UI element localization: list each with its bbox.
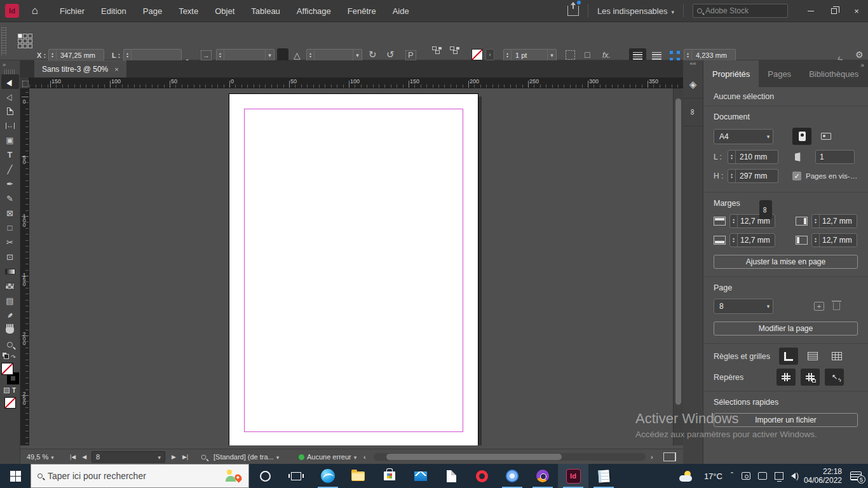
frame-tool[interactable]: ⊠ [1, 206, 19, 220]
line-tool[interactable]: ╱ [1, 162, 19, 177]
indesign-taskbar-button[interactable]: Id [558, 464, 588, 488]
pages-count-field[interactable]: 1 [815, 150, 855, 164]
stepper-icon[interactable]: ▴▾ [124, 50, 132, 61]
chromium-browser-button[interactable] [497, 464, 527, 488]
pasteboard-canvas[interactable] [29, 88, 673, 445]
taskbar-search-input[interactable] [48, 471, 220, 481]
edge-button[interactable] [313, 464, 343, 488]
pencil-tool[interactable]: ✎ [1, 191, 19, 206]
share-icon[interactable] [567, 6, 579, 16]
default-fill-stroke-icon[interactable] [4, 354, 9, 359]
restore-button[interactable] [822, 0, 845, 22]
scroll-right-icon[interactable]: › [651, 449, 653, 464]
fill-swatch-none[interactable] [471, 49, 483, 60]
current-page-select[interactable]: 8 ▾ [714, 299, 773, 314]
scissors-tool[interactable]: ✂ [1, 235, 19, 250]
start-button[interactable] [0, 464, 31, 488]
mail-button[interactable] [405, 464, 436, 488]
opera-button[interactable] [466, 464, 497, 488]
menu-page[interactable]: Page [143, 6, 162, 16]
links-panel-icon[interactable]: ∞ [683, 98, 703, 126]
gradient-swatch-tool[interactable] [1, 264, 19, 279]
document-app-button[interactable] [436, 464, 466, 488]
page-tool[interactable] [1, 104, 19, 118]
collapse-panels-icon[interactable]: «« [683, 60, 703, 71]
import-file-button[interactable]: Importer un fichier [714, 413, 858, 427]
zoom-level-value[interactable]: 49,5 % [27, 453, 48, 461]
rulers-toggle-icon[interactable] [779, 348, 798, 365]
stepper-icon[interactable]: ▴▾ [812, 234, 820, 247]
horizontal-scrollbar-thumb[interactable] [386, 454, 562, 460]
stroke-weight-field[interactable]: ▴▾ 1 pt ▾ [503, 49, 557, 62]
tray-volume-icon[interactable] [791, 473, 796, 479]
next-page-button[interactable]: ▶ [172, 454, 176, 460]
menu-edition[interactable]: Edition [101, 6, 126, 16]
panel-grip[interactable] [1, 27, 6, 55]
pen-tool[interactable]: ✒ [1, 177, 19, 191]
direct-selection-tool[interactable]: ▷ [1, 89, 19, 104]
scroll-left-icon[interactable]: ‹ [363, 449, 366, 464]
stepper-icon[interactable]: ▴▾ [728, 170, 736, 182]
cortana-button[interactable] [250, 464, 280, 488]
split-layout-view-icon[interactable] [663, 452, 676, 461]
ruler-origin-corner[interactable] [20, 78, 29, 88]
doc-height-field[interactable]: ▴▾ 297 mm [728, 169, 778, 183]
menu-aide[interactable]: Aide [393, 6, 409, 16]
gap-tool[interactable]: ↔ [1, 118, 19, 133]
file-explorer-button[interactable] [342, 464, 373, 488]
delete-page-icon[interactable] [833, 302, 840, 310]
free-transform-tool[interactable]: ⊡ [1, 250, 19, 264]
preflight-icon[interactable] [201, 454, 207, 459]
orientation-landscape-button[interactable] [817, 128, 836, 145]
formatting-affects-text-icon[interactable]: T [12, 388, 16, 393]
x-position-field[interactable]: ▴▾ 347,25 mm [48, 49, 104, 62]
gradient-feather-tool[interactable] [1, 279, 19, 294]
select-container-icon[interactable]: P [405, 50, 416, 60]
close-tab-icon[interactable]: × [114, 65, 118, 73]
menu-affichage[interactable]: Affichage [297, 6, 331, 16]
lock-guides-icon[interactable] [801, 369, 820, 386]
notepad-button[interactable] [588, 464, 619, 488]
margin-right-field[interactable]: ▴▾ 12,7 mm [811, 214, 857, 228]
reference-point-proxy[interactable] [18, 34, 34, 50]
gear-icon[interactable]: ⚙ [855, 50, 864, 59]
eyedropper-tool[interactable]: ✒ [1, 308, 19, 323]
formatting-affects-container-icon[interactable] [4, 388, 10, 393]
tray-power-icon[interactable] [758, 472, 767, 480]
facing-pages-checkbox[interactable]: ✓ [792, 172, 801, 180]
chevron-down-icon[interactable] [276, 453, 280, 461]
tools-grip[interactable] [4, 69, 15, 74]
stepper-icon[interactable]: ▴▾ [730, 215, 738, 227]
temperature[interactable]: 17°C [704, 471, 722, 481]
stepper-icon[interactable]: ▴▾ [217, 50, 224, 61]
minimize-button[interactable] [799, 0, 822, 22]
width-field[interactable]: ▴▾ [123, 49, 182, 62]
home-icon[interactable]: ⌂ [24, 4, 46, 17]
stepper-icon[interactable]: ▴▾ [730, 234, 738, 247]
stepper-icon[interactable]: ▴▾ [49, 50, 57, 61]
scale-x-field[interactable]: ▴▾ ▾ [216, 49, 275, 62]
vertical-ruler[interactable]: 0 50 100 150 200 250 [20, 88, 29, 445]
tab-proprietes[interactable]: Propriétés [703, 60, 759, 87]
swap-fill-stroke-icon[interactable]: ↷ [11, 354, 16, 360]
doc-width-field[interactable]: ▴▾ 210 mm [728, 150, 778, 164]
fill-swatch-none[interactable] [1, 363, 13, 375]
smart-guides-icon[interactable]: ↖ϟ [825, 369, 844, 386]
baseline-grid-icon[interactable] [803, 348, 822, 365]
expand-panel-icon[interactable]: » [0, 60, 20, 69]
taskbar-clock[interactable]: 22:18 04/06/2022 [804, 467, 842, 485]
preflight-profile[interactable]: [Standard] (de tra... [214, 453, 274, 461]
show-guides-icon[interactable] [776, 369, 796, 386]
rectangle-tool[interactable]: □ [1, 220, 19, 235]
add-page-icon[interactable]: + [814, 302, 824, 311]
rotation-angle-field[interactable]: ▴▾ ▾ [306, 49, 362, 62]
link-margins-button[interactable]: ∞ [759, 200, 772, 219]
content-collector-tool[interactable]: ▣ [1, 133, 19, 147]
hand-tool[interactable] [1, 323, 19, 337]
weather-icon[interactable] [679, 471, 696, 482]
margin-left-field[interactable]: ▴▾ 12,7 mm [811, 233, 857, 247]
stepper-icon[interactable]: ▴▾ [307, 50, 315, 61]
corner-shape-icon[interactable]: □ [585, 50, 590, 59]
zoom-tool[interactable] [1, 337, 19, 352]
chevron-down-icon[interactable]: ▾ [353, 50, 362, 61]
